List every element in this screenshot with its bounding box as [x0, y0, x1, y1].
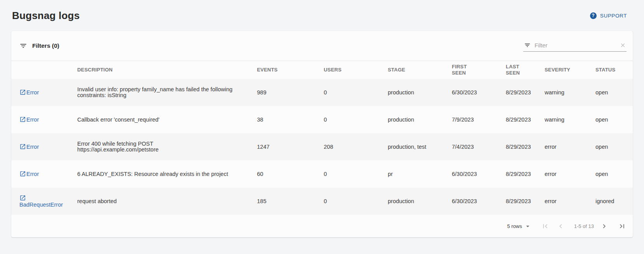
filters-label: Filters (0)	[32, 42, 59, 49]
stage-cell: production	[388, 106, 452, 133]
table-row: Error Invalid user info: property family…	[11, 79, 633, 106]
description-cell: Error 400 while fetching POST https://ap…	[77, 133, 257, 160]
last-seen-cell: 8/29/2023	[506, 133, 545, 160]
severity-cell: error	[545, 160, 595, 188]
severity-cell: warning	[545, 79, 595, 106]
last-seen-cell: 8/29/2023	[506, 188, 545, 215]
status-cell: open	[595, 106, 633, 133]
error-link[interactable]: Error	[19, 171, 39, 177]
open-in-new-icon	[19, 89, 26, 96]
stage-cell: production	[388, 188, 452, 215]
first-seen-cell: 6/30/2023	[452, 160, 506, 188]
first-seen-cell: 7/9/2023	[452, 106, 506, 133]
stage-cell: production, test	[388, 133, 452, 160]
filters-toggle[interactable]: Filters (0)	[19, 42, 59, 50]
column-header-events: EVENTS	[257, 61, 324, 79]
filter-list-icon	[19, 42, 27, 50]
topbar: Bugsnag logs ? SUPPORT	[0, 0, 644, 23]
logs-card: Filters (0) DESCRIPTION EVENTS	[11, 31, 633, 237]
description-cell: 6 ALREADY_EXISTS: Resource already exist…	[77, 160, 257, 188]
first-seen-cell: 6/30/2023	[452, 79, 506, 106]
pagination: 5 rows 1-5 of 13	[11, 215, 633, 237]
open-in-new-icon	[19, 116, 26, 123]
column-header-name	[11, 61, 77, 79]
column-header-status: STATUS	[595, 61, 633, 79]
column-header-last-seen: LAST SEEN	[506, 61, 545, 79]
open-in-new-icon	[19, 195, 26, 201]
last-seen-cell: 8/29/2023	[506, 106, 545, 133]
error-link-label: Error	[26, 117, 39, 123]
column-header-severity: SEVERITY	[545, 61, 595, 79]
users-cell: 0	[324, 160, 388, 188]
table-row: Error Callback error 'consent_required' …	[11, 106, 633, 133]
last-page-button[interactable]	[617, 221, 627, 231]
rows-per-page-select[interactable]: 5 rows	[507, 223, 531, 230]
page-title: Bugsnag logs	[12, 9, 80, 23]
table-header-row: DESCRIPTION EVENTS USERS STAGE FIRST SEE…	[11, 61, 633, 79]
error-link-label: Error	[26, 171, 39, 177]
last-seen-cell: 8/29/2023	[506, 79, 545, 106]
severity-cell: warning	[545, 106, 595, 133]
page-range-label: 1-5 of 13	[574, 223, 594, 229]
error-link-label: BadRequestError	[19, 202, 63, 208]
next-page-button[interactable]	[599, 221, 609, 231]
filter-input[interactable]	[535, 42, 616, 49]
description-cell: Callback error 'consent_required'	[77, 106, 257, 133]
first-page-button[interactable]	[541, 221, 550, 231]
rows-per-page-label: 5 rows	[507, 223, 522, 229]
events-cell: 1247	[257, 133, 324, 160]
table-body: Error Invalid user info: property family…	[11, 79, 633, 215]
support-label: SUPPORT	[600, 13, 627, 19]
last-seen-cell: 8/29/2023	[506, 160, 545, 188]
chevron-down-icon	[524, 223, 531, 230]
status-cell: open	[595, 160, 633, 188]
error-link-label: Error	[26, 89, 39, 96]
previous-page-button[interactable]	[556, 221, 566, 231]
open-in-new-icon	[19, 143, 26, 150]
users-cell: 0	[324, 188, 388, 215]
filter-field	[523, 40, 627, 52]
logs-table: DESCRIPTION EVENTS USERS STAGE FIRST SEE…	[11, 61, 633, 215]
close-icon[interactable]	[620, 42, 626, 48]
events-cell: 185	[257, 188, 324, 215]
table-row: Error Error 400 while fetching POST http…	[11, 133, 633, 160]
description-cell: request aborted	[77, 188, 257, 215]
error-link[interactable]: Error	[19, 144, 39, 150]
error-link-label: Error	[26, 144, 39, 150]
events-cell: 60	[257, 160, 324, 188]
help-icon: ?	[590, 12, 597, 19]
chevron-left-icon	[557, 222, 565, 230]
description-cell: Invalid user info: property family_name …	[77, 79, 257, 106]
status-cell: open	[595, 79, 633, 106]
column-header-description: DESCRIPTION	[77, 61, 257, 79]
chevron-right-icon	[600, 222, 608, 230]
table-row: Error 6 ALREADY_EXISTS: Resource already…	[11, 160, 633, 188]
status-cell: ignored	[595, 188, 633, 215]
severity-cell: error	[545, 188, 595, 215]
events-cell: 989	[257, 79, 324, 106]
users-cell: 208	[324, 133, 388, 160]
last-page-icon	[618, 222, 626, 230]
status-cell: open	[595, 133, 633, 160]
error-link[interactable]: BadRequestError	[19, 195, 63, 208]
filter-bar: Filters (0)	[11, 31, 633, 61]
column-header-stage: STAGE	[388, 61, 452, 79]
filter-list-icon	[524, 42, 531, 49]
stage-cell: production	[388, 79, 452, 106]
error-link[interactable]: Error	[19, 89, 39, 96]
events-cell: 38	[257, 106, 324, 133]
users-cell: 0	[324, 79, 388, 106]
stage-cell: pr	[388, 160, 452, 188]
support-link[interactable]: ? SUPPORT	[590, 12, 627, 19]
column-header-first-seen: FIRST SEEN	[452, 61, 506, 79]
first-seen-cell: 7/4/2023	[452, 133, 506, 160]
column-header-users: USERS	[324, 61, 388, 79]
first-seen-cell: 6/30/2023	[452, 188, 506, 215]
first-page-icon	[541, 222, 549, 230]
error-link[interactable]: Error	[19, 117, 39, 123]
open-in-new-icon	[19, 170, 26, 177]
table-row: BadRequestError request aborted 185 0 pr…	[11, 188, 633, 215]
users-cell: 0	[324, 106, 388, 133]
severity-cell: error	[545, 133, 595, 160]
